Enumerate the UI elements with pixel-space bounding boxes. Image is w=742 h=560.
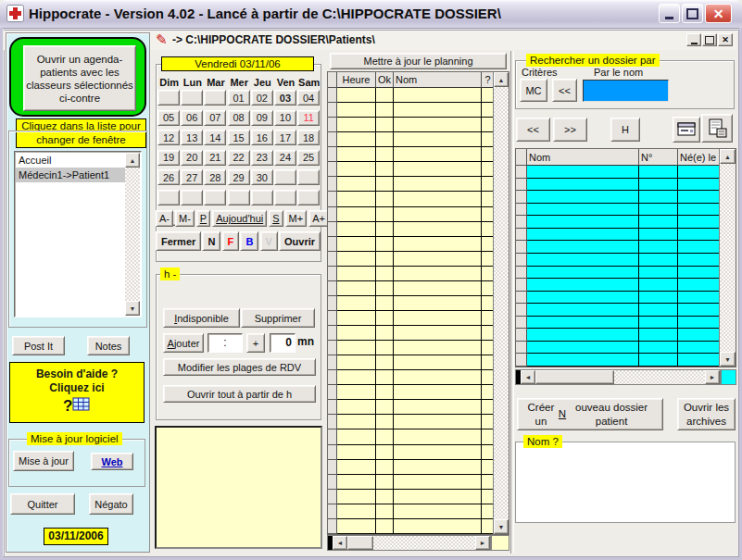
- calendar-nav-button[interactable]: P: [196, 210, 210, 227]
- row-header-cell[interactable]: [328, 445, 337, 460]
- calendar-nav-button[interactable]: Aujoud'hui: [212, 210, 267, 227]
- row-header-cell[interactable]: [328, 385, 337, 400]
- row-header-cell[interactable]: [328, 281, 337, 296]
- patient-cell[interactable]: [639, 254, 678, 267]
- patient-cell[interactable]: [678, 342, 720, 355]
- schedule-row[interactable]: [328, 311, 494, 326]
- schedule-cell[interactable]: [337, 429, 376, 444]
- schedule-cell[interactable]: [337, 504, 376, 519]
- calendar-day-cell[interactable]: [181, 90, 203, 106]
- schedule-row[interactable]: [328, 415, 494, 429]
- calendar-day-cell[interactable]: [228, 190, 250, 205]
- schedule-cell[interactable]: [394, 132, 482, 147]
- row-header-cell[interactable]: [516, 191, 527, 204]
- schedule-row[interactable]: [328, 296, 494, 311]
- patient-cell[interactable]: [678, 317, 720, 330]
- create-patient-button[interactable]: Créer un Nouveau dossier patient: [517, 398, 663, 430]
- scroll-up-button[interactable]: ▲: [720, 149, 736, 164]
- patient-cell[interactable]: [527, 304, 639, 317]
- schedule-cell[interactable]: [376, 88, 394, 103]
- schedule-cell[interactable]: [337, 415, 376, 429]
- prev-page-button[interactable]: <<: [516, 118, 550, 142]
- patient-cell[interactable]: [527, 292, 639, 305]
- schedule-cell[interactable]: [376, 252, 394, 267]
- schedule-row[interactable]: [328, 267, 494, 281]
- patient-cell[interactable]: [527, 354, 639, 367]
- schedule-cell[interactable]: [394, 460, 482, 475]
- patients-hscrollbar[interactable]: ◄ ►: [515, 369, 721, 385]
- schedule-row[interactable]: [328, 370, 494, 385]
- schedule-cell[interactable]: [394, 355, 482, 370]
- schedule-cell[interactable]: [394, 281, 482, 296]
- patient-cell[interactable]: [639, 267, 678, 280]
- row-header-cell[interactable]: [328, 177, 337, 192]
- row-header-cell[interactable]: [328, 267, 337, 281]
- patient-row[interactable]: [516, 317, 720, 330]
- schedule-cell[interactable]: [376, 296, 394, 311]
- patient-cell[interactable]: [639, 204, 678, 217]
- row-header-cell[interactable]: [328, 475, 337, 490]
- window-list-item[interactable]: Médecin1->Patient1: [16, 168, 125, 182]
- schedule-row[interactable]: [328, 88, 494, 103]
- calendar-day-cell[interactable]: [204, 90, 226, 106]
- schedule-cell[interactable]: [337, 162, 376, 177]
- patient-cell[interactable]: [527, 179, 639, 192]
- schedule-row[interactable]: [328, 475, 494, 490]
- schedule-row[interactable]: [328, 237, 494, 252]
- row-header-cell[interactable]: [516, 279, 527, 292]
- patient-card-button[interactable]: [673, 117, 700, 143]
- patient-row[interactable]: [516, 354, 720, 367]
- patient-cell[interactable]: [639, 179, 678, 192]
- patient-cell[interactable]: [527, 229, 639, 242]
- schedule-cell[interactable]: [394, 88, 482, 103]
- row-header-cell[interactable]: [516, 342, 527, 355]
- schedule-cell[interactable]: [337, 88, 376, 103]
- schedule-cell[interactable]: [376, 326, 394, 341]
- calendar-day-cell[interactable]: 20: [181, 150, 203, 166]
- schedule-cell[interactable]: [337, 490, 376, 504]
- schedule-row[interactable]: [328, 252, 494, 267]
- scroll-track[interactable]: [494, 87, 509, 519]
- schedule-cell[interactable]: [394, 341, 482, 355]
- patient-row[interactable]: [516, 216, 720, 229]
- schedule-cell[interactable]: [376, 103, 394, 118]
- mc-button[interactable]: MC: [520, 79, 547, 102]
- schedule-cell[interactable]: [337, 177, 376, 192]
- schedule-cell[interactable]: [376, 370, 394, 385]
- schedule-row[interactable]: [328, 103, 494, 118]
- scroll-up-button[interactable]: ▲: [494, 72, 509, 87]
- schedule-cell[interactable]: [337, 207, 376, 222]
- calendar-day-cell[interactable]: 25: [297, 150, 320, 166]
- calendar-nav-button[interactable]: M-: [175, 210, 195, 227]
- schedule-cell[interactable]: [376, 504, 394, 519]
- row-header-cell[interactable]: [516, 241, 527, 254]
- row-header-cell[interactable]: [328, 400, 337, 415]
- schedule-cell[interactable]: [337, 341, 376, 355]
- calendar-day-cell[interactable]: 05: [157, 110, 180, 126]
- patient-row[interactable]: [516, 329, 720, 342]
- schedule-cell[interactable]: [376, 400, 394, 415]
- schedule-cell[interactable]: [376, 311, 394, 326]
- schedule-cell[interactable]: [337, 460, 376, 475]
- calendar-day-cell[interactable]: 19: [157, 150, 180, 166]
- calendar-day-cell[interactable]: 10: [274, 110, 296, 126]
- row-header-cell[interactable]: [516, 204, 527, 217]
- inner-minimize-button[interactable]: [686, 33, 701, 46]
- calendar-day-cell[interactable]: 02: [251, 90, 273, 106]
- calendar-day-cell[interactable]: 04: [297, 90, 320, 106]
- schedule-cell[interactable]: [376, 132, 394, 147]
- calendar-day-cell[interactable]: [274, 169, 296, 185]
- schedule-cell[interactable]: [394, 207, 482, 222]
- patient-row[interactable]: [516, 267, 720, 280]
- schedule-row[interactable]: [328, 192, 494, 206]
- calendar-day-cell[interactable]: 24: [274, 150, 296, 166]
- close-button[interactable]: ✕: [705, 4, 732, 23]
- schedule-row[interactable]: [328, 281, 494, 296]
- patient-cell[interactable]: [527, 254, 639, 267]
- patient-row[interactable]: [516, 241, 720, 254]
- patient-cell[interactable]: [527, 342, 639, 355]
- calendar-day-cell[interactable]: 16: [251, 130, 273, 145]
- calendar-action-button[interactable]: F: [222, 231, 240, 251]
- calendar-day-cell[interactable]: 28: [204, 169, 226, 185]
- patient-row[interactable]: [516, 229, 720, 242]
